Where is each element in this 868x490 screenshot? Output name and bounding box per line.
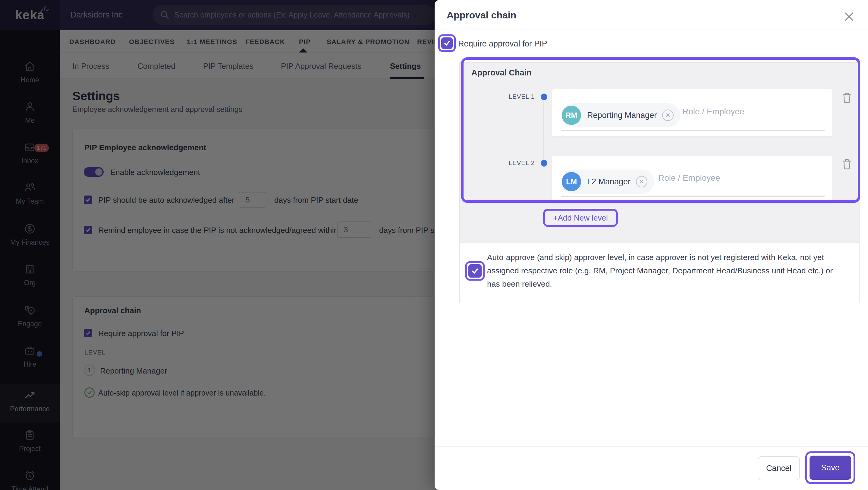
auto-approve-text-line1: Auto-approve (and skip) approver level, … [487,253,824,262]
add-new-level-label: +Add New level [553,213,608,223]
save-button[interactable]: Save [809,456,851,480]
require-approval-label: Require approval for PIP [458,39,547,49]
input-underline [561,130,825,131]
check-icon [471,267,479,275]
close-icon[interactable] [844,11,854,22]
approval-chain-modal: Approval chain Require approval for PIP … [435,0,868,490]
chain-levels-section: Approval Chain LEVEL 1 RM Reporting Mana… [460,63,859,243]
add-new-level-button[interactable]: +Add New level [543,209,618,227]
require-approval-checkbox[interactable] [441,37,453,49]
delete-level-1-icon[interactable] [841,92,852,104]
auto-approve-checkbox[interactable] [468,264,482,278]
delete-level-2-icon[interactable] [841,158,852,170]
modal-footer-divider [435,446,868,446]
auto-approve-highlight-ring [465,261,485,281]
level-connector-line [543,100,544,160]
chain-section-title: Approval Chain [471,68,532,78]
role-employee-placeholder[interactable]: Role / Employee [658,173,720,183]
remove-role-icon[interactable]: ✕ [662,110,674,121]
level-1-card: RM Reporting Manager ✕ Role / Employee [552,89,832,136]
avatar: RM [562,106,581,125]
level-1-role-chip[interactable]: RM Reporting Manager ✕ [561,103,680,127]
level-1-dot [541,93,547,100]
modal-header-divider [435,30,868,30]
save-button-highlight-ring: Save [805,451,855,484]
level-2-dot [541,160,547,167]
level-2-role-chip[interactable]: LM L2 Manager ✕ [561,170,654,194]
input-underline [561,196,825,197]
role-employee-placeholder[interactable]: Role / Employee [682,107,744,116]
level-2-card: LM L2 Manager ✕ Role / Employee [552,156,832,203]
app-root: keka Darksiders Inc Home Me Inbox [0,0,868,490]
level-1-label: LEVEL 1 [484,93,535,100]
remove-role-icon[interactable]: ✕ [636,176,647,188]
require-approval-highlight-ring [438,34,456,52]
approval-chain-container: Approval Chain LEVEL 1 RM Reporting Mana… [459,62,860,304]
avatar: LM [562,172,581,191]
chip-label: Reporting Manager [587,111,657,120]
cancel-button[interactable]: Cancel [758,456,800,480]
level-2-label: LEVEL 2 [484,159,535,167]
modal-title: Approval chain [447,10,516,21]
auto-approve-text-line2: assigned respective role (e.g. RM, Proje… [487,266,833,276]
auto-approve-text-line3: has been relieved. [487,279,552,289]
auto-approve-section: Auto-approve (and skip) approver level, … [460,243,859,304]
chip-label: L2 Manager [587,177,630,186]
check-icon [443,39,451,47]
